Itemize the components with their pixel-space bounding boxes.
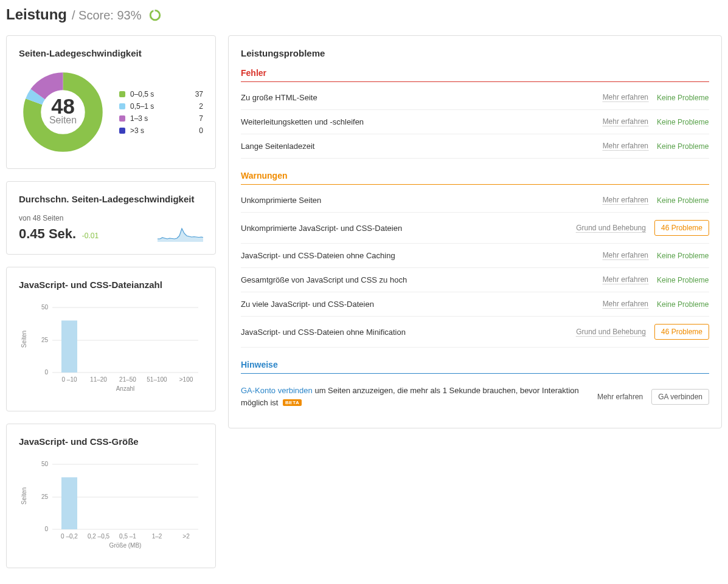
legend-row: 1–3 s 7	[119, 112, 203, 125]
legend-swatch	[119, 103, 125, 109]
issue-row: Unkomprimierte JavaScript- und CSS-Datei…	[241, 213, 709, 244]
score-donut-icon	[149, 9, 161, 21]
svg-text:Größe (MB): Größe (MB)	[109, 542, 142, 549]
problems-button[interactable]: 46 Probleme	[654, 220, 709, 236]
status-ok: Keine Probleme	[657, 142, 709, 151]
card-title: Seiten-Ladegeschwindigkeit	[19, 48, 203, 58]
svg-text:0: 0	[44, 526, 48, 532]
status-ok: Keine Probleme	[657, 300, 709, 309]
status-ok: Keine Probleme	[657, 276, 709, 284]
status-ok: Keine Probleme	[657, 118, 709, 126]
issue-row: Unkomprimierte Seiten Mehr erfahren Kein…	[241, 188, 709, 213]
issue-name: Zu große HTML-Seite	[241, 93, 594, 102]
learn-more-link[interactable]: Mehr erfahren	[603, 93, 648, 102]
svg-text:Seiten: Seiten	[21, 487, 27, 504]
section-header-warnings: Warnungen	[241, 171, 709, 185]
avg-subtitle: von 48 Seiten	[19, 214, 203, 222]
learn-more-link[interactable]: Mehr erfahren	[603, 117, 648, 126]
svg-text:25: 25	[41, 337, 49, 343]
issue-name: Unkomprimierte Seiten	[241, 196, 594, 205]
reason-fix-link[interactable]: Grund und Behebung	[576, 328, 646, 337]
card-performance-issues: Leistungsprobleme Fehler Zu große HTML-S…	[228, 35, 722, 428]
issue-name: JavaScript- und CSS-Dateien ohne Caching	[241, 251, 594, 260]
issue-row: Zu große HTML-Seite Mehr erfahren Keine …	[241, 86, 709, 110]
svg-text:1–2: 1–2	[152, 533, 162, 540]
issue-name: JavaScript- und CSS-Dateien ohne Minific…	[241, 328, 567, 337]
issue-row: Gesamtgröße von JavaScript und CSS zu ho…	[241, 268, 709, 292]
learn-more-link[interactable]: Mehr erfahren	[603, 196, 648, 205]
svg-text:11–20: 11–20	[90, 376, 107, 383]
issue-name: Lange Seitenladezeit	[241, 142, 594, 151]
avg-value: 0.45 Sek.	[19, 226, 76, 241]
reason-fix-link[interactable]: Grund und Behebung	[576, 224, 646, 233]
status-ok: Keine Probleme	[657, 252, 709, 260]
issue-name: Unkomprimierte JavaScript- und CSS-Datei…	[241, 224, 567, 233]
issue-row: Zu viele JavaScript- und CSS-Dateien Meh…	[241, 292, 709, 317]
svg-text:0 –10: 0 –10	[61, 376, 77, 383]
bar-chart-count: Seiten 50 25 0 0 –10 11–20 21–50 51–100 …	[19, 300, 201, 397]
svg-text:50: 50	[41, 304, 49, 311]
card-page-load-speed: Seiten-Ladegeschwindigkeit 48 Seiten 0–0…	[6, 35, 216, 169]
legend-swatch	[119, 115, 125, 122]
card-title: JavaScript- und CSS-Größe	[19, 436, 203, 447]
issue-name: Gesamtgröße von JavaScript und CSS zu ho…	[241, 275, 594, 284]
svg-point-1	[150, 10, 160, 20]
svg-text:51–100: 51–100	[147, 376, 167, 383]
ga-connect-link[interactable]: GA-Konto verbinden	[241, 386, 313, 395]
issue-name: Weiterleitungsketten und -schleifen	[241, 117, 594, 126]
status-ok: Keine Probleme	[657, 196, 709, 205]
svg-text:>100: >100	[179, 376, 193, 383]
issue-name: Zu viele JavaScript- und CSS-Dateien	[241, 300, 594, 309]
learn-more-link[interactable]: Mehr erfahren	[603, 275, 648, 284]
donut-chart: 48 Seiten	[19, 68, 107, 156]
issue-row: JavaScript- und CSS-Dateien ohne Caching…	[241, 244, 709, 268]
issue-row: JavaScript- und CSS-Dateien ohne Minific…	[241, 317, 709, 348]
svg-text:>2: >2	[182, 533, 190, 540]
avg-delta: -0.01	[82, 232, 99, 240]
legend-row: 0–0,5 s 37	[119, 88, 203, 100]
issue-row: Weiterleitungsketten und -schleifen Mehr…	[241, 110, 709, 134]
legend-row: >3 s 0	[119, 125, 203, 137]
section-header-notes: Hinweise	[241, 360, 709, 374]
svg-text:50: 50	[41, 461, 49, 467]
svg-rect-28	[61, 477, 77, 529]
sparkline-chart	[158, 227, 203, 242]
learn-more-link[interactable]: Mehr erfahren	[603, 300, 648, 309]
card-avg-load-speed: Durchschn. Seiten-Ladegeschwindigkeit vo…	[6, 181, 216, 255]
learn-more-link[interactable]: Mehr erfahren	[603, 251, 648, 260]
svg-text:0 –0,2: 0 –0,2	[61, 533, 78, 540]
svg-text:Seiten: Seiten	[49, 115, 77, 125]
card-title: Leistungsprobleme	[241, 48, 709, 58]
svg-rect-14	[61, 320, 77, 373]
svg-text:21–50: 21–50	[119, 376, 136, 383]
problems-button[interactable]: 46 Probleme	[654, 324, 709, 340]
card-title: Durchschn. Seiten-Ladegeschwindigkeit	[19, 194, 203, 204]
page-header: Leistung / Score: 93%	[6, 6, 722, 23]
beta-badge: BETA	[283, 399, 302, 406]
card-title: JavaScript- und CSS-Dateianzahl	[19, 280, 203, 290]
bar-chart-size: Seiten 50 25 0 0 –0,2 0,2 –0,5 0,5 –1 1–…	[19, 456, 201, 554]
legend-swatch	[119, 128, 125, 134]
svg-text:Seiten: Seiten	[21, 331, 27, 348]
card-js-css-size: JavaScript- und CSS-Größe Seiten 50 25 0…	[6, 424, 216, 568]
svg-text:0: 0	[44, 369, 48, 376]
svg-text:0,2 –0,5: 0,2 –0,5	[88, 533, 110, 540]
svg-text:Anzahl: Anzahl	[116, 385, 135, 392]
card-js-css-count: JavaScript- und CSS-Dateianzahl Seiten 5…	[6, 267, 216, 411]
svg-text:25: 25	[41, 493, 49, 500]
score-label: / Score: 93%	[72, 9, 142, 22]
issue-row: Lange Seitenladezeit Mehr erfahren Keine…	[241, 134, 709, 159]
status-ok: Keine Probleme	[657, 94, 709, 102]
learn-more-text: Mehr erfahren	[597, 393, 643, 401]
legend-row: 0,5–1 s 2	[119, 100, 203, 112]
page-title: Leistung	[6, 6, 67, 23]
ga-note-text: GA-Konto verbinden um Seiten anzuzeigen,…	[241, 385, 589, 408]
section-header-errors: Fehler	[241, 68, 709, 82]
legend-swatch	[119, 91, 125, 97]
svg-text:0,5 –1: 0,5 –1	[119, 533, 136, 540]
donut-legend: 0–0,5 s 37 0,5–1 s 2 1–3 s 7	[119, 88, 203, 137]
ga-connect-button[interactable]: GA verbinden	[651, 389, 709, 405]
learn-more-link[interactable]: Mehr erfahren	[603, 142, 648, 151]
issue-row: GA-Konto verbinden um Seiten anzuzeigen,…	[241, 377, 709, 416]
